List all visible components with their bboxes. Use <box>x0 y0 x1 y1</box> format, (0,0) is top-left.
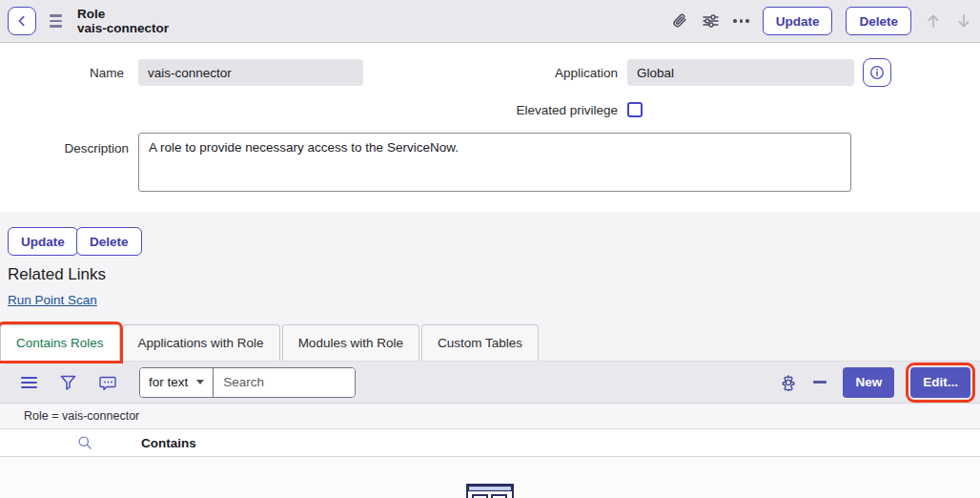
search-scope-select[interactable]: for text <box>140 368 214 397</box>
application-input[interactable] <box>627 59 854 86</box>
list-settings-gear-icon[interactable] <box>780 374 797 391</box>
page-title: Role vais-connector <box>77 7 169 35</box>
back-button[interactable] <box>8 7 36 35</box>
form-header: Role vais-connector Update Delete <box>0 0 980 43</box>
tab-custom-tables[interactable]: Custom Tables <box>421 324 539 361</box>
list-toolbar-icons <box>21 375 116 390</box>
application-info-button[interactable] <box>863 58 891 87</box>
form-context-menu-icon[interactable] <box>50 14 62 28</box>
attachment-icon[interactable] <box>671 12 688 30</box>
name-label: Name <box>0 66 124 80</box>
info-icon <box>869 65 885 80</box>
new-button[interactable]: New <box>843 367 894 398</box>
list-menu-icon[interactable] <box>21 376 37 389</box>
related-links-title: Related Links <box>8 265 106 284</box>
tab-contains-roles[interactable]: Contains Roles <box>0 324 120 361</box>
chevron-down-icon <box>196 380 204 384</box>
column-search-icon[interactable] <box>77 435 92 454</box>
list-column-header-row: Contains <box>0 429 980 457</box>
list-breadcrumb-row: Role = vais-connector <box>0 403 980 429</box>
description-label: Description <box>5 141 129 156</box>
edit-button[interactable]: Edit... <box>910 367 970 398</box>
form-footer-section: Update Delete Related Links Run Point Sc… <box>0 212 980 361</box>
chevron-left-icon <box>15 14 29 28</box>
tab-modules-with-role[interactable]: Modules with Role <box>282 324 419 361</box>
comments-icon[interactable] <box>99 375 116 390</box>
application-label: Application <box>381 66 618 80</box>
related-list-tabs: Contains Roles Applications with Role Mo… <box>0 324 539 361</box>
role-form-page: Role vais-connector Update Delete <box>0 0 980 498</box>
search-scope-value: for text <box>149 375 188 389</box>
role-form: Name Application Elevated privilege Desc… <box>0 43 980 212</box>
search-input[interactable] <box>214 368 355 397</box>
personalize-form-icon[interactable] <box>702 12 720 30</box>
run-point-scan-link[interactable]: Run Point Scan <box>8 293 97 307</box>
update-button[interactable]: Update <box>8 227 78 256</box>
elevated-privilege-checkbox[interactable] <box>627 102 643 117</box>
delete-button-header[interactable]: Delete <box>846 7 911 35</box>
header-actions: Update Delete <box>671 7 980 35</box>
name-input[interactable] <box>138 59 363 86</box>
list-toolbar-right: New Edit... <box>780 367 980 398</box>
filter-icon[interactable] <box>60 375 76 390</box>
record-name: vais-connector <box>77 21 169 35</box>
elevated-privilege-label: Elevated privilege <box>381 103 618 117</box>
list-breadcrumb[interactable]: Role = vais-connector <box>24 409 139 423</box>
delete-button[interactable]: Delete <box>76 227 142 256</box>
update-button-header[interactable]: Update <box>763 7 833 35</box>
list-body <box>0 457 980 498</box>
next-record-icon[interactable] <box>955 12 972 30</box>
empty-list-icon <box>466 484 514 498</box>
record-type: Role <box>77 7 169 21</box>
tab-applications-with-role[interactable]: Applications with Role <box>122 324 280 361</box>
list-toolbar: for text New Edit... <box>0 361 980 403</box>
description-textarea[interactable]: A role to provide necessary access to th… <box>138 133 851 192</box>
list-search: for text <box>139 367 356 398</box>
collapse-list-icon[interactable] <box>813 381 827 384</box>
column-header-contains[interactable]: Contains <box>141 436 196 450</box>
previous-record-icon[interactable] <box>925 12 942 30</box>
more-options-icon[interactable] <box>733 19 749 23</box>
